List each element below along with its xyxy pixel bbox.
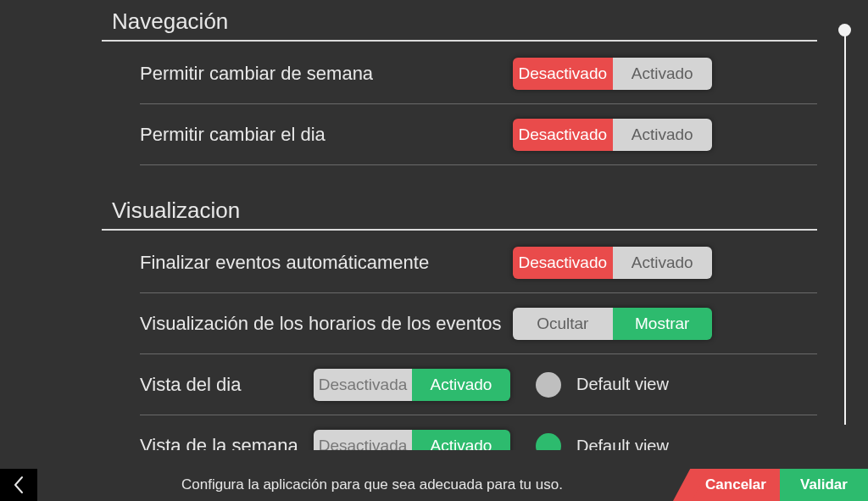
radio-week-default-label: Default view <box>576 437 669 451</box>
toggle-allow-day[interactable]: Desactivado Activado <box>513 119 712 151</box>
row-allow-day-change: Permitir cambiar el dia Desactivado Acti… <box>140 104 817 165</box>
radio-day-default[interactable]: Default view <box>536 372 669 398</box>
toggle-day-view-on[interactable]: Activado <box>412 369 510 401</box>
footer-hint: Configura la aplicación para que sea ade… <box>37 469 692 501</box>
toggle-allow-week[interactable]: Desactivado Activado <box>513 58 712 90</box>
toggle-allow-week-on[interactable]: Activado <box>613 58 713 90</box>
toggle-event-times-off[interactable]: Ocultar <box>513 308 613 340</box>
bottom-bar: Configura la aplicación para que sea ade… <box>0 469 868 501</box>
row-day-view: Vista del dia Desactivada Activado Defau… <box>140 354 817 415</box>
toggle-event-times[interactable]: Ocultar Mostrar <box>513 308 712 340</box>
validate-button[interactable]: Validar <box>780 469 868 501</box>
label-auto-end: Finalizar eventos automáticamente <box>140 252 513 274</box>
row-event-times: Visualización de los horarios de los eve… <box>140 293 817 354</box>
label-event-times: Visualización de los horarios de los eve… <box>140 313 513 335</box>
toggle-week-view[interactable]: Desactivada Activado <box>314 430 510 450</box>
cancel-button[interactable]: Cancelar <box>692 469 780 501</box>
toggle-day-view[interactable]: Desactivada Activado <box>314 369 510 401</box>
toggle-week-view-on[interactable]: Activado <box>412 430 510 450</box>
section-title-navigation: Navegación <box>102 0 817 40</box>
radio-week-default-indicator[interactable] <box>536 433 561 450</box>
chevron-left-icon <box>13 476 25 494</box>
toggle-day-view-off[interactable]: Desactivada <box>314 369 412 401</box>
toggle-event-times-on[interactable]: Mostrar <box>613 308 713 340</box>
settings-panel: Navegación Permitir cambiar de semana De… <box>102 0 817 450</box>
row-allow-week-change: Permitir cambiar de semana Desactivado A… <box>140 43 817 104</box>
label-allow-week: Permitir cambiar de semana <box>140 63 513 85</box>
toggle-allow-day-off[interactable]: Desactivado <box>513 119 613 151</box>
toggle-auto-end-off[interactable]: Desactivado <box>513 247 613 279</box>
toggle-auto-end-on[interactable]: Activado <box>613 247 713 279</box>
toggle-week-view-off[interactable]: Desactivada <box>314 430 412 450</box>
section-underline <box>102 229 817 231</box>
radio-day-default-indicator[interactable] <box>536 372 561 398</box>
toggle-allow-day-on[interactable]: Activado <box>613 119 713 151</box>
label-day-view: Vista del dia <box>140 374 314 396</box>
toggle-auto-end[interactable]: Desactivado Activado <box>513 247 712 279</box>
label-week-view: Vista de la semana <box>140 435 314 450</box>
scrollbar-thumb[interactable] <box>838 24 851 36</box>
section-title-visualization: Visualizacion <box>102 189 817 229</box>
scrollbar-track[interactable] <box>844 31 846 425</box>
toggle-allow-week-off[interactable]: Desactivado <box>513 58 613 90</box>
back-button[interactable] <box>0 469 37 501</box>
row-auto-end-events: Finalizar eventos automáticamente Desact… <box>140 232 817 293</box>
section-underline <box>102 40 817 42</box>
row-week-view: Vista de la semana Desactivada Activado … <box>140 415 817 450</box>
radio-day-default-label: Default view <box>576 375 669 394</box>
radio-week-default[interactable]: Default view <box>536 433 669 450</box>
label-allow-day: Permitir cambiar el dia <box>140 124 513 146</box>
